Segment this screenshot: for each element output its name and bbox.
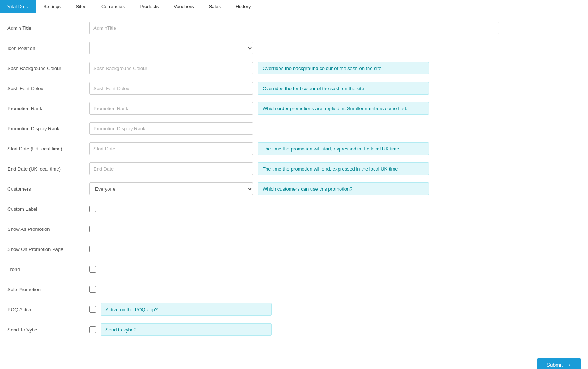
sale-promotion-checkbox-wrapper (89, 286, 96, 293)
show-as-promotion-checkbox-wrapper (89, 226, 96, 232)
customers-info: Which customers can use this promotion? (258, 182, 429, 195)
send-to-vybe-checkbox[interactable] (89, 326, 96, 333)
poq-active-checkbox-wrapper (89, 306, 96, 313)
promotion-rank-row: Promotion Rank Which order promotions ar… (7, 101, 581, 115)
sash-bg-colour-label: Sash Background Colour (7, 66, 89, 71)
poq-active-label: POQ Active (7, 307, 89, 312)
trend-checkbox-wrapper (89, 266, 96, 273)
tab-products[interactable]: Products (132, 0, 166, 13)
sale-promotion-checkbox[interactable] (89, 286, 96, 293)
tab-sites[interactable]: Sites (68, 0, 94, 13)
start-date-row: Start Date (UK local time) The time the … (7, 141, 581, 156)
poq-active-info: Active on the POQ app? (101, 303, 272, 316)
custom-label-row: Custom Label (7, 202, 581, 216)
customers-label: Customers (7, 186, 89, 192)
customers-row: Customers Everyone New Customers Returni… (7, 182, 581, 196)
admin-title-label: Admin Title (7, 25, 89, 31)
send-to-vybe-row: Send To Vybe Send to vybe? (7, 322, 581, 337)
submit-area: Submit → (0, 354, 588, 369)
trend-checkbox[interactable] (89, 266, 96, 273)
sash-font-colour-info: Overrides the font colour of the sash on… (258, 82, 429, 95)
custom-label-label: Custom Label (7, 206, 89, 212)
submit-arrow-icon: → (566, 362, 572, 368)
tab-currencies[interactable]: Currencies (94, 0, 132, 13)
promotion-rank-label: Promotion Rank (7, 106, 89, 111)
icon-position-label: Icon Position (7, 45, 89, 51)
sash-bg-colour-input[interactable] (89, 62, 253, 74)
tab-history[interactable]: History (228, 0, 258, 13)
tab-sales[interactable]: Sales (201, 0, 228, 13)
show-as-promotion-label: Show As Promotion (7, 226, 89, 232)
admin-title-input[interactable] (89, 22, 499, 34)
nav-tabs: Vital Data Settings Sites Currencies Pro… (0, 0, 588, 13)
form-container: Admin Title Icon Position Sash Backgroun… (0, 13, 588, 350)
trend-row: Trend (7, 262, 581, 276)
show-as-promotion-checkbox[interactable] (89, 226, 96, 232)
submit-label: Submit (546, 362, 563, 368)
send-to-vybe-info: Send to vybe? (101, 323, 272, 336)
promotion-display-rank-input[interactable] (89, 122, 253, 135)
custom-label-checkbox[interactable] (89, 206, 96, 212)
tab-vital-data[interactable]: Vital Data (0, 0, 36, 13)
sash-font-colour-row: Sash Font Colour Overrides the font colo… (7, 81, 581, 95)
sale-promotion-label: Sale Promotion (7, 287, 89, 292)
promotion-rank-info: Which order promotions are applied in. S… (258, 102, 429, 115)
customers-select[interactable]: Everyone New Customers Returning Custome… (89, 182, 253, 195)
end-date-input[interactable] (89, 162, 253, 175)
sale-promotion-row: Sale Promotion (7, 282, 581, 296)
poq-active-checkbox[interactable] (89, 306, 96, 313)
tab-vouchers[interactable]: Vouchers (166, 0, 201, 13)
promotion-display-rank-row: Promotion Display Rank (7, 121, 581, 136)
start-date-info: The time the promotion will start, expre… (258, 142, 429, 155)
start-date-label: Start Date (UK local time) (7, 146, 89, 152)
poq-active-row: POQ Active Active on the POQ app? (7, 302, 581, 316)
submit-button[interactable]: Submit → (537, 358, 581, 369)
icon-position-row: Icon Position (7, 41, 581, 55)
sash-font-colour-label: Sash Font Colour (7, 86, 89, 91)
send-to-vybe-checkbox-wrapper (89, 326, 96, 333)
end-date-info: The time the promotion will end, express… (258, 162, 429, 175)
admin-title-row: Admin Title (7, 21, 581, 35)
show-as-promotion-row: Show As Promotion (7, 222, 581, 236)
custom-label-checkbox-wrapper (89, 206, 96, 212)
end-date-label: End Date (UK local time) (7, 166, 89, 172)
start-date-input[interactable] (89, 142, 253, 155)
tab-settings[interactable]: Settings (36, 0, 68, 13)
show-on-promotion-page-row: Show On Promotion Page (7, 242, 581, 256)
trend-label: Trend (7, 267, 89, 272)
send-to-vybe-label: Send To Vybe (7, 327, 89, 333)
show-on-promotion-page-checkbox-wrapper (89, 246, 96, 252)
show-on-promotion-page-label: Show On Promotion Page (7, 246, 89, 252)
sash-bg-colour-info: Overrides the background colour of the s… (258, 62, 429, 74)
sash-bg-colour-row: Sash Background Colour Overrides the bac… (7, 61, 581, 75)
end-date-row: End Date (UK local time) The time the pr… (7, 162, 581, 176)
show-on-promotion-page-checkbox[interactable] (89, 246, 96, 252)
sash-font-colour-input[interactable] (89, 82, 253, 95)
promotion-display-rank-label: Promotion Display Rank (7, 126, 89, 131)
promotion-rank-input[interactable] (89, 102, 253, 115)
icon-position-select[interactable] (89, 42, 253, 54)
